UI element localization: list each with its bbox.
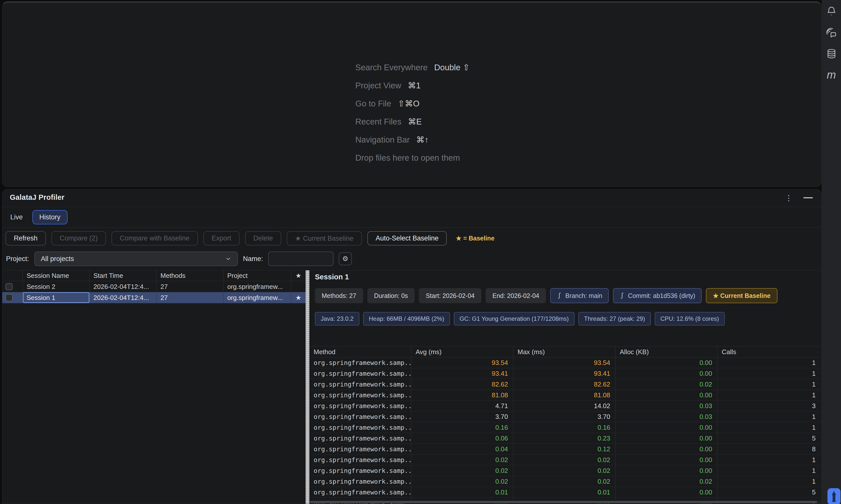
col-project[interactable]: Project: [224, 270, 291, 281]
col-baseline-star[interactable]: ★: [291, 270, 305, 281]
tab-history[interactable]: History: [32, 210, 68, 224]
refresh-button[interactable]: Refresh: [5, 231, 46, 246]
method-name-cell: org.springframework.samp...: [309, 465, 411, 476]
methods-table: Method Avg (ms) Max (ms) Alloc (KB) Call…: [309, 346, 821, 504]
splitter-handle[interactable]: [305, 270, 309, 504]
col-avg[interactable]: Avg (ms): [411, 346, 513, 357]
minimize-icon[interactable]: [803, 197, 813, 198]
session-start-cell: 2026-02-04T12:4...: [90, 281, 157, 292]
col-start-time[interactable]: Start Time: [90, 270, 157, 281]
calls-cell: 1: [717, 368, 821, 379]
method-row[interactable]: org.springframework.samp... 4.71 14.02 0…: [309, 401, 821, 411]
method-row[interactable]: org.springframework.samp... 0.16 0.16 0.…: [309, 422, 821, 433]
shortcut-label: Project View: [355, 81, 401, 90]
current-baseline-button[interactable]: ★ Current Baseline: [287, 231, 362, 246]
alloc-cell: 0.00: [615, 368, 717, 379]
sessions-table: Session Name Start Time Methods Project …: [2, 270, 305, 303]
session-row[interactable]: Session 1 2026-02-04T12:4... 27 org.spri…: [2, 292, 305, 303]
method-name-cell: org.springframework.samp...: [309, 454, 411, 465]
profiler-tabs: Live History: [10, 209, 68, 225]
session-checkbox[interactable]: [5, 283, 13, 290]
delete-button[interactable]: Delete: [245, 231, 281, 246]
session-name-cell[interactable]: Session 2: [23, 281, 90, 292]
col-methods[interactable]: Methods: [157, 270, 224, 281]
compare-button[interactable]: Compare (2): [52, 231, 106, 246]
git-badge[interactable]: Branch: main: [550, 288, 609, 303]
auto-select-baseline-button[interactable]: Auto-Select Baseline: [367, 231, 447, 246]
screencast-chat-icon[interactable]: [826, 27, 837, 38]
shortcut-keys: ⌘↑: [416, 135, 429, 145]
max-cell: 3.70: [513, 411, 615, 422]
compare-with-baseline-button[interactable]: Compare with Baseline: [111, 231, 198, 246]
tab-live[interactable]: Live: [10, 213, 23, 221]
session-start-cell: 2026-02-04T12:4...: [90, 292, 157, 303]
shortcut-label: Recent Files: [355, 117, 401, 126]
alloc-cell: 0.00: [615, 487, 717, 498]
notifications-bell-icon[interactable]: [826, 6, 837, 17]
alloc-cell: 0.00: [615, 422, 717, 433]
col-max[interactable]: Max (ms): [513, 346, 615, 357]
method-name-cell: org.springframework.samp...: [309, 401, 411, 411]
kebab-menu-icon[interactable]: ⋮: [784, 191, 794, 204]
avg-cell: 82.62: [411, 379, 513, 390]
info-badge: Start: 2026-02-04: [419, 288, 481, 303]
right-tool-window-bar: m: [822, 0, 841, 504]
calls-cell: 1: [717, 379, 821, 390]
session-info-badges: Methods: 27 Duration: 0s Start: 2026-02-…: [315, 288, 777, 303]
method-row[interactable]: org.springframework.samp... 0.01 0.01 0.…: [309, 487, 821, 498]
horizontal-scrollbar[interactable]: [309, 501, 822, 504]
max-cell: 0.01: [513, 487, 615, 498]
session-checkbox[interactable]: [5, 294, 13, 301]
alloc-cell: 0.00: [615, 454, 717, 465]
runtime-badge: GC: G1 Young Generation (177/1208ms): [454, 312, 575, 326]
method-name-cell: org.springframework.samp...: [309, 422, 411, 433]
shortcut-hint-line: Search Everywhere Double ⇧: [355, 62, 470, 73]
max-cell: 0.02: [513, 476, 615, 487]
git-badge[interactable]: Commit: ab1d536 (dirty): [613, 288, 702, 303]
session-star-cell[interactable]: ★: [291, 292, 305, 303]
name-input[interactable]: [268, 252, 333, 266]
col-calls[interactable]: Calls: [717, 346, 821, 357]
avg-cell: 0.06: [411, 433, 513, 444]
session-name-cell[interactable]: Session 1: [23, 292, 90, 303]
alloc-cell: 0.00: [615, 357, 717, 368]
project-select[interactable]: All projects: [34, 252, 238, 266]
method-name-cell: org.springframework.samp...: [309, 368, 411, 379]
calls-cell: 1: [717, 422, 821, 433]
session-star-cell[interactable]: [291, 281, 305, 292]
current-baseline-badge[interactable]: ★ Current Baseline: [706, 288, 777, 303]
method-row[interactable]: org.springframework.samp... 93.41 93.41 …: [309, 368, 821, 379]
method-row[interactable]: org.springframework.samp... 0.06 0.23 0.…: [309, 433, 821, 444]
method-row[interactable]: org.springframework.samp... 82.62 82.62 …: [309, 379, 821, 390]
method-row[interactable]: org.springframework.samp... 0.02 0.02 0.…: [309, 454, 821, 465]
alloc-cell: 0.02: [615, 476, 717, 487]
avg-cell: 0.16: [411, 422, 513, 433]
horizontal-scrollbar-thumb[interactable]: [310, 501, 817, 503]
gear-icon[interactable]: ⚙: [339, 252, 352, 265]
galata-tower-button[interactable]: [827, 488, 841, 504]
max-cell: 14.02: [513, 401, 615, 411]
alloc-cell: 0.00: [615, 465, 717, 476]
max-cell: 93.41: [513, 368, 615, 379]
avg-cell: 4.71: [411, 401, 513, 411]
sessions-table-header: Session Name Start Time Methods Project …: [2, 270, 305, 281]
max-cell: 0.02: [513, 454, 615, 465]
alloc-cell: 0.03: [615, 401, 717, 411]
database-icon[interactable]: [826, 48, 837, 59]
method-row[interactable]: org.springframework.samp... 3.70 3.70 0.…: [309, 411, 821, 422]
project-select-value: All projects: [41, 255, 74, 263]
method-row[interactable]: org.springframework.samp... 0.04 0.12 0.…: [309, 444, 821, 454]
col-alloc[interactable]: Alloc (KB): [615, 346, 717, 357]
maven-icon[interactable]: m: [826, 69, 837, 80]
col-session-name[interactable]: Session Name: [23, 270, 90, 281]
method-row[interactable]: org.springframework.samp... 0.02 0.02 0.…: [309, 476, 821, 487]
session-row[interactable]: Session 2 2026-02-04T12:4... 27 org.spri…: [2, 281, 305, 292]
export-button[interactable]: Export: [204, 231, 240, 246]
col-method[interactable]: Method: [309, 346, 411, 357]
editor-area: Search Everywhere Double ⇧ Project View …: [2, 1, 822, 187]
project-label: Project:: [6, 255, 29, 263]
method-row[interactable]: org.springframework.samp... 81.08 81.08 …: [309, 390, 821, 401]
method-row[interactable]: org.springframework.samp... 0.02 0.02 0.…: [309, 465, 821, 476]
session-detail-pane: Session 1 Methods: 27 Duration: 0s Start…: [309, 270, 821, 504]
method-row[interactable]: org.springframework.samp... 93.54 93.54 …: [309, 357, 821, 368]
